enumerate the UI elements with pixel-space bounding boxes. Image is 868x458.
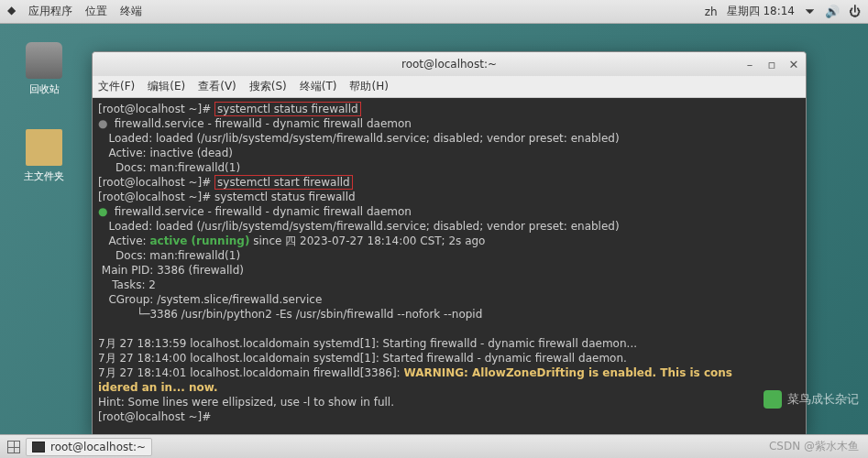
minimize-button[interactable]: – [743,58,756,71]
prompt: [root@localhost ~]# [98,410,214,423]
loaded-line: Loaded: loaded (/usr/lib/systemd/system/… [98,220,620,233]
menu-edit[interactable]: 编辑(E) [148,79,185,94]
apps-menu[interactable]: 应用程序 [28,4,72,19]
active-since: since 四 2023-07-27 18:14:00 CST; 2s ago [249,234,485,247]
menubar: 文件(F) 编辑(E) 查看(V) 搜索(S) 终端(T) 帮助(H) [93,76,806,98]
titlebar[interactable]: root@localhost:~ – ▫ ✕ [93,52,806,76]
prompt: [root@localhost ~]# [98,176,214,189]
terminal-icon [32,442,45,453]
warning-text: WARNING: AllowZoneDrifting is enabled. T… [403,366,731,379]
cgroup-child: └─3386 /usr/bin/python2 -Es /usr/sbin/fi… [98,308,482,321]
desktop: 回收站 主文件夹 root@localhost:~ – ▫ ✕ 文件(F) 编辑… [0,24,868,434]
status-dot-icon: ● [98,117,107,130]
home-label: 主文件夹 [16,169,71,183]
tasks-line: Tasks: 2 [98,278,156,291]
service-line: firewalld.service - firewalld - dynamic … [115,117,412,130]
taskbar-label: root@localhost:~ [50,441,146,453]
log-prefix: 7月 27 18:14:01 localhost.localdomain fir… [98,366,403,379]
lang-indicator[interactable]: zh [705,5,718,18]
menu-view[interactable]: 查看(V) [198,79,236,94]
menu-search[interactable]: 搜索(S) [249,79,287,94]
active-running: active (running) [149,234,249,247]
taskbar-item-terminal[interactable]: root@localhost:~ [26,438,152,456]
gnome-logo: ◆ [7,4,16,19]
status-dot-icon: ● [98,205,107,218]
top-panel: ◆ 应用程序 位置 终端 zh 星期四 18:14 ⏷ 🔊 ⏻ [0,0,868,24]
maximize-button[interactable]: ▫ [765,58,778,71]
docs-line: Docs: man:firewalld(1) [98,249,240,262]
watermark: 菜鸟成长杂记 [764,390,859,409]
terminal-window: root@localhost:~ – ▫ ✕ 文件(F) 编辑(E) 查看(V)… [92,51,807,436]
log-line: 7月 27 18:13:59 localhost.localdomain sys… [98,337,637,350]
service-line: firewalld.service - firewalld - dynamic … [115,205,412,218]
warning-cont: idered an in... now. [98,381,218,394]
terminal-output[interactable]: [root@localhost ~]# systemctl status fir… [93,98,806,435]
active-line: Active: inactive (dead) [98,147,233,159]
bottom-panel: root@localhost:~ CSDN @紫水木鱼 [0,434,868,458]
home-folder-icon[interactable]: 主文件夹 [16,129,71,183]
folder-image [26,129,62,166]
loaded-line: Loaded: loaded (/usr/lib/systemd/system/… [98,132,620,145]
menu-file[interactable]: 文件(F) [98,79,135,94]
places-menu[interactable]: 位置 [85,4,107,19]
command: systemctl status firewalld [214,191,356,203]
wechat-icon [764,390,782,409]
highlighted-command: systemctl status firewalld [214,102,361,116]
prompt: [root@localhost ~]# [98,103,214,115]
log-line: 7月 27 18:14:00 localhost.localdomain sys… [98,352,627,365]
clock[interactable]: 星期四 18:14 [727,4,795,19]
highlighted-command: systemctl start firewalld [214,175,353,190]
mainpid-line: Main PID: 3386 (firewalld) [98,264,244,277]
terminal-menu[interactable]: 终端 [120,4,142,19]
menu-terminal[interactable]: 终端(T) [300,79,337,94]
trash-icon[interactable]: 回收站 [16,42,71,96]
csdn-watermark: CSDN @紫水木鱼 [769,439,859,454]
volume-icon[interactable]: 🔊 [825,5,840,18]
active-label: Active: [98,234,149,247]
trash-label: 回收站 [16,82,71,96]
close-button[interactable]: ✕ [787,58,800,71]
power-icon[interactable]: ⏻ [849,5,861,18]
watermark-text: 菜鸟成长杂记 [787,391,859,408]
cgroup-line: CGroup: /system.slice/firewalld.service [98,293,322,306]
window-title: root@localhost:~ [401,58,497,71]
network-icon[interactable]: ⏷ [804,5,816,18]
prompt: [root@localhost ~]# [98,191,214,203]
trash-image [26,42,62,79]
hint-line: Hint: Some lines were ellipsized, use -l… [98,396,394,409]
menu-help[interactable]: 帮助(H) [349,79,388,94]
workspace-switcher-icon[interactable] [7,441,20,453]
docs-line: Docs: man:firewalld(1) [98,161,240,174]
